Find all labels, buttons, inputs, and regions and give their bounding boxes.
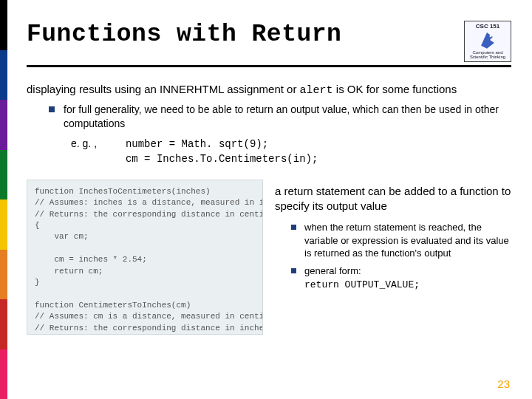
return-explanation: a return statement can be added to a fun… (275, 184, 511, 214)
bluejay-icon (477, 30, 499, 50)
sub-bullet-semantics: when the return statement is reached, th… (291, 221, 511, 260)
title-divider (27, 65, 511, 67)
sub-bullet-form: general form: return OUTPUT_VALUE; (291, 265, 511, 291)
svg-point-0 (489, 35, 491, 37)
code-snippet-image: function InchesToCentimeters(inches) // … (27, 180, 263, 335)
course-logo: CSC 151 Computers and Scientific Thinkin… (464, 21, 511, 62)
slide-title: Functions with Return (27, 21, 464, 48)
page-number: 23 (497, 378, 510, 390)
accent-stripe (0, 0, 7, 399)
example-label: e. g. , (71, 137, 123, 151)
example-code-1: number = Math. sqrt(9); (126, 137, 268, 151)
intro-text: displaying results using an INNERHTML as… (27, 82, 511, 98)
logo-course-code: CSC 151 (476, 23, 499, 30)
logo-subtitle: Computers and Scientific Thinking (466, 50, 509, 60)
bullet-generality: for full generality, we need to be able … (49, 103, 511, 131)
example-code-2: cm = Inches.To.Centimeters(in); (126, 152, 318, 166)
